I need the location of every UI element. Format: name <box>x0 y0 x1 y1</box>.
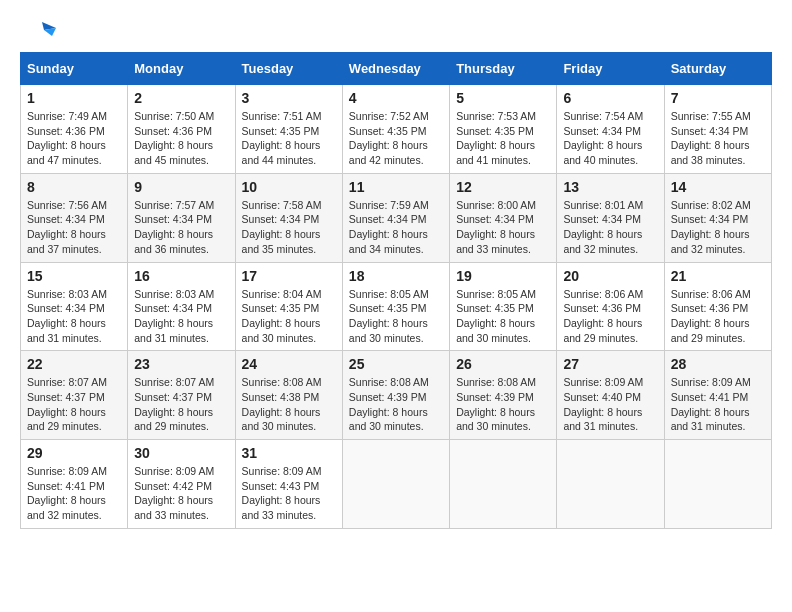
day-detail: Sunrise: 8:08 AMSunset: 4:39 PMDaylight:… <box>349 375 443 434</box>
calendar-cell: 20Sunrise: 8:06 AMSunset: 4:36 PMDayligh… <box>557 262 664 351</box>
calendar-cell: 17Sunrise: 8:04 AMSunset: 4:35 PMDayligh… <box>235 262 342 351</box>
day-detail: Sunrise: 8:09 AMSunset: 4:41 PMDaylight:… <box>671 375 765 434</box>
day-number: 23 <box>134 356 228 372</box>
week-row-3: 15Sunrise: 8:03 AMSunset: 4:34 PMDayligh… <box>21 262 772 351</box>
calendar-cell: 4Sunrise: 7:52 AMSunset: 4:35 PMDaylight… <box>342 85 449 174</box>
calendar-cell: 2Sunrise: 7:50 AMSunset: 4:36 PMDaylight… <box>128 85 235 174</box>
day-number: 21 <box>671 268 765 284</box>
day-detail: Sunrise: 7:54 AMSunset: 4:34 PMDaylight:… <box>563 109 657 168</box>
day-detail: Sunrise: 7:51 AMSunset: 4:35 PMDaylight:… <box>242 109 336 168</box>
day-detail: Sunrise: 8:09 AMSunset: 4:40 PMDaylight:… <box>563 375 657 434</box>
day-detail: Sunrise: 8:03 AMSunset: 4:34 PMDaylight:… <box>134 287 228 346</box>
calendar-cell: 1Sunrise: 7:49 AMSunset: 4:36 PMDaylight… <box>21 85 128 174</box>
day-number: 2 <box>134 90 228 106</box>
day-number: 22 <box>27 356 121 372</box>
calendar-cell: 30Sunrise: 8:09 AMSunset: 4:42 PMDayligh… <box>128 440 235 529</box>
day-number: 30 <box>134 445 228 461</box>
calendar-cell: 27Sunrise: 8:09 AMSunset: 4:40 PMDayligh… <box>557 351 664 440</box>
calendar-cell: 7Sunrise: 7:55 AMSunset: 4:34 PMDaylight… <box>664 85 771 174</box>
day-number: 13 <box>563 179 657 195</box>
calendar-cell: 3Sunrise: 7:51 AMSunset: 4:35 PMDaylight… <box>235 85 342 174</box>
day-number: 20 <box>563 268 657 284</box>
day-detail: Sunrise: 7:55 AMSunset: 4:34 PMDaylight:… <box>671 109 765 168</box>
day-detail: Sunrise: 8:06 AMSunset: 4:36 PMDaylight:… <box>563 287 657 346</box>
calendar-cell: 10Sunrise: 7:58 AMSunset: 4:34 PMDayligh… <box>235 173 342 262</box>
day-detail: Sunrise: 8:00 AMSunset: 4:34 PMDaylight:… <box>456 198 550 257</box>
col-header-sunday: Sunday <box>21 53 128 85</box>
calendar-cell: 15Sunrise: 8:03 AMSunset: 4:34 PMDayligh… <box>21 262 128 351</box>
week-row-4: 22Sunrise: 8:07 AMSunset: 4:37 PMDayligh… <box>21 351 772 440</box>
logo-bird-icon <box>24 20 56 42</box>
day-number: 3 <box>242 90 336 106</box>
day-detail: Sunrise: 8:06 AMSunset: 4:36 PMDaylight:… <box>671 287 765 346</box>
day-number: 27 <box>563 356 657 372</box>
day-detail: Sunrise: 8:07 AMSunset: 4:37 PMDaylight:… <box>134 375 228 434</box>
calendar-cell: 26Sunrise: 8:08 AMSunset: 4:39 PMDayligh… <box>450 351 557 440</box>
day-number: 25 <box>349 356 443 372</box>
calendar-cell: 18Sunrise: 8:05 AMSunset: 4:35 PMDayligh… <box>342 262 449 351</box>
day-detail: Sunrise: 8:09 AMSunset: 4:43 PMDaylight:… <box>242 464 336 523</box>
day-number: 14 <box>671 179 765 195</box>
day-detail: Sunrise: 8:08 AMSunset: 4:39 PMDaylight:… <box>456 375 550 434</box>
day-detail: Sunrise: 8:08 AMSunset: 4:38 PMDaylight:… <box>242 375 336 434</box>
day-detail: Sunrise: 8:02 AMSunset: 4:34 PMDaylight:… <box>671 198 765 257</box>
calendar-cell: 31Sunrise: 8:09 AMSunset: 4:43 PMDayligh… <box>235 440 342 529</box>
day-number: 9 <box>134 179 228 195</box>
day-detail: Sunrise: 8:05 AMSunset: 4:35 PMDaylight:… <box>456 287 550 346</box>
calendar-cell <box>450 440 557 529</box>
col-header-saturday: Saturday <box>664 53 771 85</box>
day-detail: Sunrise: 8:04 AMSunset: 4:35 PMDaylight:… <box>242 287 336 346</box>
calendar-table: SundayMondayTuesdayWednesdayThursdayFrid… <box>20 52 772 529</box>
calendar-cell: 19Sunrise: 8:05 AMSunset: 4:35 PMDayligh… <box>450 262 557 351</box>
calendar-cell: 28Sunrise: 8:09 AMSunset: 4:41 PMDayligh… <box>664 351 771 440</box>
day-number: 24 <box>242 356 336 372</box>
calendar-cell: 12Sunrise: 8:00 AMSunset: 4:34 PMDayligh… <box>450 173 557 262</box>
week-row-5: 29Sunrise: 8:09 AMSunset: 4:41 PMDayligh… <box>21 440 772 529</box>
week-row-1: 1Sunrise: 7:49 AMSunset: 4:36 PMDaylight… <box>21 85 772 174</box>
calendar-cell: 23Sunrise: 8:07 AMSunset: 4:37 PMDayligh… <box>128 351 235 440</box>
day-detail: Sunrise: 8:09 AMSunset: 4:42 PMDaylight:… <box>134 464 228 523</box>
calendar-cell <box>557 440 664 529</box>
day-number: 6 <box>563 90 657 106</box>
day-number: 19 <box>456 268 550 284</box>
day-number: 12 <box>456 179 550 195</box>
calendar-cell: 21Sunrise: 8:06 AMSunset: 4:36 PMDayligh… <box>664 262 771 351</box>
col-header-monday: Monday <box>128 53 235 85</box>
calendar-cell <box>342 440 449 529</box>
day-detail: Sunrise: 8:01 AMSunset: 4:34 PMDaylight:… <box>563 198 657 257</box>
calendar-cell: 29Sunrise: 8:09 AMSunset: 4:41 PMDayligh… <box>21 440 128 529</box>
day-number: 15 <box>27 268 121 284</box>
logo <box>20 20 56 36</box>
day-detail: Sunrise: 7:59 AMSunset: 4:34 PMDaylight:… <box>349 198 443 257</box>
day-detail: Sunrise: 7:56 AMSunset: 4:34 PMDaylight:… <box>27 198 121 257</box>
calendar-cell: 5Sunrise: 7:53 AMSunset: 4:35 PMDaylight… <box>450 85 557 174</box>
day-detail: Sunrise: 8:05 AMSunset: 4:35 PMDaylight:… <box>349 287 443 346</box>
day-detail: Sunrise: 7:58 AMSunset: 4:34 PMDaylight:… <box>242 198 336 257</box>
calendar-cell: 11Sunrise: 7:59 AMSunset: 4:34 PMDayligh… <box>342 173 449 262</box>
day-detail: Sunrise: 7:49 AMSunset: 4:36 PMDaylight:… <box>27 109 121 168</box>
day-number: 26 <box>456 356 550 372</box>
day-number: 17 <box>242 268 336 284</box>
day-detail: Sunrise: 7:57 AMSunset: 4:34 PMDaylight:… <box>134 198 228 257</box>
day-number: 8 <box>27 179 121 195</box>
calendar-cell: 16Sunrise: 8:03 AMSunset: 4:34 PMDayligh… <box>128 262 235 351</box>
calendar-cell: 14Sunrise: 8:02 AMSunset: 4:34 PMDayligh… <box>664 173 771 262</box>
day-number: 28 <box>671 356 765 372</box>
week-row-2: 8Sunrise: 7:56 AMSunset: 4:34 PMDaylight… <box>21 173 772 262</box>
calendar-cell: 22Sunrise: 8:07 AMSunset: 4:37 PMDayligh… <box>21 351 128 440</box>
col-header-friday: Friday <box>557 53 664 85</box>
calendar-cell: 24Sunrise: 8:08 AMSunset: 4:38 PMDayligh… <box>235 351 342 440</box>
calendar-cell: 9Sunrise: 7:57 AMSunset: 4:34 PMDaylight… <box>128 173 235 262</box>
day-number: 4 <box>349 90 443 106</box>
day-number: 31 <box>242 445 336 461</box>
calendar-cell <box>664 440 771 529</box>
col-header-tuesday: Tuesday <box>235 53 342 85</box>
col-header-thursday: Thursday <box>450 53 557 85</box>
day-number: 11 <box>349 179 443 195</box>
day-detail: Sunrise: 7:52 AMSunset: 4:35 PMDaylight:… <box>349 109 443 168</box>
day-number: 29 <box>27 445 121 461</box>
day-number: 18 <box>349 268 443 284</box>
day-number: 1 <box>27 90 121 106</box>
page-header <box>20 20 772 36</box>
calendar-cell: 13Sunrise: 8:01 AMSunset: 4:34 PMDayligh… <box>557 173 664 262</box>
